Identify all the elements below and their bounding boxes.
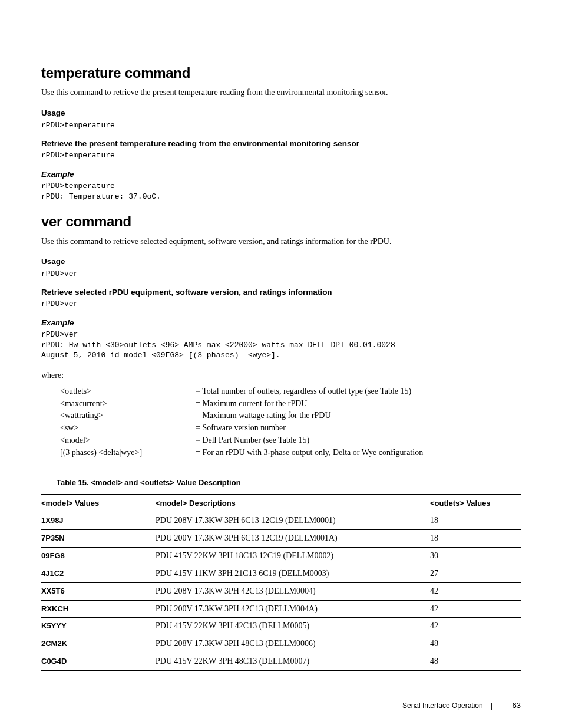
where-list: <outlets>= Total number of outlets, rega…: [60, 386, 521, 459]
footer-separator: |: [491, 701, 492, 710]
cell-desc: PDU 208V 17.3KW 3PH 6C13 12C19 (DELLM000…: [156, 512, 430, 530]
where-term: <model>: [60, 435, 196, 446]
cell-desc: PDU 415V 11KW 3PH 21C13 6C19 (DELLM0003): [156, 565, 430, 582]
where-term: <wattrating>: [60, 410, 196, 421]
cell-desc: PDU 208V 17.3KW 3PH 42C13 (DELLM0004): [156, 582, 430, 600]
footer-page-number: 63: [513, 701, 521, 710]
cell-desc: PDU 415V 22KW 3PH 48C13 (DELLM0007): [156, 653, 430, 671]
cell-outlets: 18: [430, 530, 521, 548]
where-row: <maxcurrent>= Maximum current for the rP…: [60, 398, 521, 410]
col-header-outlets: <outlets> Values: [430, 494, 521, 512]
table-row: 1X98JPDU 208V 17.3KW 3PH 6C13 12C19 (DEL…: [41, 512, 521, 530]
footer-section: Serial Interface Operation: [402, 701, 483, 710]
col-header-model: <model> Values: [41, 494, 156, 512]
section-title-temperature: temperature command: [41, 64, 521, 83]
usage-heading: Usage: [41, 108, 521, 118]
cell-model: 7P35N: [41, 530, 156, 548]
cell-outlets: 48: [430, 653, 521, 671]
retrieve-command: rPDU>ver: [41, 299, 521, 309]
cell-model: K5YYY: [41, 618, 156, 635]
cell-desc: PDU 200V 17.3KW 3PH 42C13 (DELLM004A): [156, 600, 430, 618]
section-title-ver: ver command: [41, 212, 521, 231]
table-row: 7P35NPDU 200V 17.3KW 3PH 6C13 12C19 (DEL…: [41, 530, 521, 548]
table-row: C0G4DPDU 415V 22KW 3PH 48C13 (DELLM0007)…: [41, 653, 521, 671]
where-term: [(3 phases) <delta|wye>]: [60, 447, 196, 459]
cell-desc: PDU 200V 17.3KW 3PH 6C13 12C19 (DELLM001…: [156, 530, 430, 548]
col-header-desc: <model> Descriptions: [156, 494, 430, 512]
table-row: 09FG8PDU 415V 22KW 3PH 18C13 12C19 (DELL…: [41, 547, 521, 565]
cell-outlets: 42: [430, 582, 521, 600]
cell-model: 09FG8: [41, 547, 156, 565]
cell-desc: PDU 415V 22KW 3PH 42C13 (DELLM0005): [156, 618, 430, 635]
cell-model: RXKCH: [41, 600, 156, 618]
where-term: <maxcurrent>: [60, 398, 196, 410]
where-row: <wattrating>= Maximum wattage rating for…: [60, 410, 521, 421]
cell-outlets: 30: [430, 547, 521, 565]
where-def: = Total number of outlets, regardless of…: [196, 386, 411, 397]
where-def: = For an rPDU with 3-phase output only, …: [196, 447, 423, 459]
table-row: 2CM2KPDU 208V 17.3KW 3PH 48C13 (DELLM000…: [41, 635, 521, 653]
usage-command: rPDU>temperature: [41, 120, 521, 131]
example-heading: Example: [41, 169, 521, 180]
cell-model: C0G4D: [41, 653, 156, 671]
table-row: XX5T6PDU 208V 17.3KW 3PH 42C13 (DELLM000…: [41, 582, 521, 600]
retrieve-heading: Retrieve the present temperature reading…: [41, 139, 521, 149]
section-desc: Use this command to retrieve the present…: [41, 87, 521, 98]
table-row: RXKCHPDU 200V 17.3KW 3PH 42C13 (DELLM004…: [41, 600, 521, 618]
example-body: rPDU>temperature rPDU: Temperature: 37.0…: [41, 181, 521, 202]
cell-desc: PDU 415V 22KW 3PH 18C13 12C19 (DELLM0002…: [156, 547, 430, 565]
where-term: <sw>: [60, 423, 196, 434]
where-def: = Dell Part Number (see Table 15): [196, 435, 309, 446]
cell-model: 4J1C2: [41, 565, 156, 582]
cell-model: 1X98J: [41, 512, 156, 530]
usage-command: rPDU>ver: [41, 269, 521, 279]
retrieve-command: rPDU>temperature: [41, 150, 521, 161]
example-body: rPDU>ver rPDU: Hw with <30>outlets <96> …: [41, 330, 521, 361]
table-row: K5YYYPDU 415V 22KW 3PH 42C13 (DELLM0005)…: [41, 618, 521, 635]
retrieve-heading: Retrieve selected rPDU equipment, softwa…: [41, 287, 521, 298]
cell-outlets: 42: [430, 618, 521, 635]
where-term: <outlets>: [60, 386, 196, 397]
where-def: = Maximum wattage rating for the rPDU: [196, 410, 331, 421]
where-row: <sw>= Software version number: [60, 423, 521, 434]
cell-outlets: 27: [430, 565, 521, 582]
cell-model: 2CM2K: [41, 635, 156, 653]
example-heading: Example: [41, 318, 521, 328]
section-desc: Use this command to retrieve selected eq…: [41, 236, 521, 248]
cell-model: XX5T6: [41, 582, 156, 600]
page-footer: Serial Interface Operation | 63: [41, 700, 521, 711]
table-row: 4J1C2PDU 415V 11KW 3PH 21C13 6C19 (DELLM…: [41, 565, 521, 582]
where-row: <outlets>= Total number of outlets, rega…: [60, 386, 521, 397]
where-row: [(3 phases) <delta|wye>]= For an rPDU wi…: [60, 447, 521, 459]
where-label: where:: [41, 370, 521, 381]
cell-outlets: 18: [430, 512, 521, 530]
usage-heading: Usage: [41, 256, 521, 267]
cell-outlets: 42: [430, 600, 521, 618]
where-def: = Maximum current for the rPDU: [196, 398, 307, 410]
cell-desc: PDU 208V 17.3KW 3PH 48C13 (DELLM0006): [156, 635, 430, 653]
table-caption: Table 15. <model> and <outlets> Value De…: [57, 477, 521, 488]
cell-outlets: 48: [430, 635, 521, 653]
model-table: <model> Values <model> Descriptions <out…: [41, 494, 521, 671]
where-row: <model>= Dell Part Number (see Table 15): [60, 435, 521, 446]
where-def: = Software version number: [196, 423, 286, 434]
